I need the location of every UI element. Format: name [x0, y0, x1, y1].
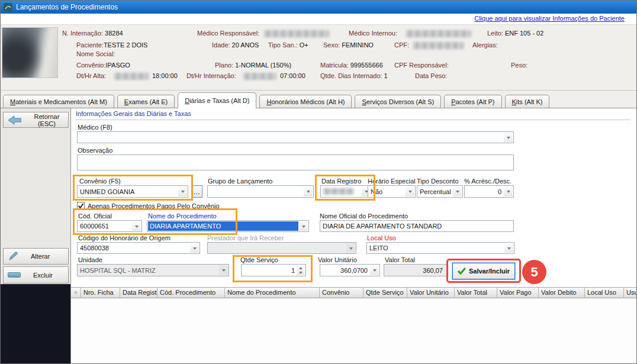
field-value: O+ — [300, 41, 308, 49]
pencil-icon — [8, 251, 18, 262]
grid-col-cod-procedimento[interactable]: Cód. Procedimento — [157, 288, 225, 298]
field-label: Matricula: — [320, 62, 349, 69]
field-value: 1 — [384, 72, 388, 79]
tab-diarias-taxas[interactable]: Diárias e Taxas (Alt D) — [178, 92, 256, 108]
dropdown-arrow-icon — [178, 186, 187, 197]
dropdown-arrow-icon — [504, 186, 513, 197]
field-label: Dt/Hr Alta: — [76, 72, 106, 79]
medico-combo-value — [80, 132, 503, 143]
grid-col-valor-total[interactable]: Valor Total — [455, 288, 497, 298]
convenio-combo[interactable]: UNIMED GOIANIA — [77, 185, 188, 198]
cod-oficial-combo[interactable]: 60000651 — [77, 220, 142, 232]
grupo-lancamento-combo[interactable] — [207, 185, 314, 198]
redacted-dt-internacao — [243, 73, 276, 80]
unidade-label: Unidade — [78, 256, 102, 263]
horario-especial-combo[interactable]: Não — [368, 185, 416, 198]
grid-col-nro-ficha[interactable]: Nro. Ficha — [81, 288, 120, 298]
data-registro-label: Data Registro — [321, 178, 361, 185]
spinner-arrows-icon — [297, 265, 305, 275]
grid-col-valor-pago[interactable]: Valor Pago — [497, 288, 539, 298]
field-n-internacao: N. Internação:38284 — [62, 30, 123, 37]
step-badge: 5 — [522, 260, 546, 284]
field-cpf-responsavel: CPF Responsável: — [394, 62, 449, 69]
unidade-combo-value: HOSPITAL SQL - MATRIZ — [80, 265, 218, 276]
grid-col-convenio[interactable]: Convênio — [320, 288, 363, 298]
grid-col-usuario[interactable]: Usuário — [624, 288, 636, 298]
field-matricula: Matricula:999555666 — [320, 62, 383, 69]
valor-total-field: 360,07 — [384, 264, 447, 276]
tab-materiais-medicamentos[interactable]: Materiais e Medicamentos (Alt M) — [3, 95, 114, 108]
field-paciente: Paciente:TESTE 2 DOIS — [76, 41, 147, 49]
photo-blur — [2, 27, 58, 78]
data-registro-combo[interactable] — [320, 185, 372, 198]
excluir-button[interactable]: Excluir — [3, 266, 69, 284]
salvar-incluir-button[interactable]: Salvar/Incluir — [452, 263, 515, 279]
grid-body[interactable] — [71, 298, 636, 364]
tab-servicos-diversos[interactable]: Serviços Diversos (Alt S) — [355, 95, 441, 108]
valor-total-label: Valor Total — [385, 256, 415, 263]
patient-info-link[interactable]: Clique aqui para visualizar Informações … — [474, 15, 625, 22]
field-label: CPF: — [394, 41, 409, 49]
cod-honorario-combo[interactable]: 45080038 — [77, 242, 200, 254]
field-value: ENF 105 - 02 — [505, 30, 543, 37]
dropdown-arrow-icon — [132, 221, 141, 231]
arrow-left-icon — [8, 115, 21, 125]
nome-procedimento-combo[interactable]: DIARIA APARTAMENTO — [147, 220, 309, 232]
grid-col-local-uso[interactable]: Local Uso — [585, 288, 624, 298]
retornar-button[interactable]: Retornar (ESC) — [3, 112, 69, 128]
field-value: 20 ANOS — [232, 41, 259, 49]
field-label: Peso: — [511, 62, 527, 69]
field-dt-internacao: Dt/Hr Internação: — [186, 72, 236, 79]
tipo-desconto-label: Tipo Desconto — [417, 178, 459, 185]
field-nome-social: Nome Social: — [76, 50, 115, 57]
field-medico-internou: Médico Internou: — [349, 30, 397, 37]
dropdown-arrow-icon — [504, 243, 513, 253]
dropdown-arrow-icon — [504, 133, 513, 142]
convenio-label: Convênio (F5) — [79, 178, 121, 185]
tab-label: K — [512, 98, 516, 105]
tipo-desconto-combo[interactable]: Percentual — [417, 185, 463, 198]
field-label: Tipo San.: — [268, 41, 298, 49]
nome-procedimento-label: Nome do Procedimento — [148, 212, 217, 220]
check-icon — [458, 268, 466, 275]
grid-col-data-registro[interactable]: Data Registro — [120, 288, 157, 298]
field-label: Idade: — [212, 41, 230, 49]
apenas-procedimentos-checkbox[interactable] — [77, 202, 85, 210]
tab-label: H — [266, 98, 271, 105]
dropdown-arrow-icon — [453, 186, 462, 197]
qtde-servico-spinner[interactable]: 1 — [241, 264, 306, 276]
redacted-cpf — [413, 42, 464, 49]
tab-label: erviços Diversos (Alt S) — [366, 98, 434, 105]
grid-col-valor-debito[interactable]: Valor Debito — [539, 288, 585, 298]
field-label: Plano: — [215, 62, 233, 69]
tab-label: S — [362, 98, 366, 105]
horario-combo-value: Não — [371, 186, 404, 197]
field-label: Médico Internou: — [349, 30, 397, 37]
field-tipo-sanguineo: Tipo San.:O+ — [268, 41, 308, 49]
tab-exames[interactable]: Exames (Alt E) — [117, 95, 175, 108]
grid-col-qtde-servico[interactable]: Qtde Serviço — [363, 288, 407, 298]
retornar-label: Retornar (ESC) — [25, 113, 68, 127]
acresc-desc-combo[interactable]: 0 — [464, 185, 514, 198]
medico-combo[interactable] — [77, 131, 514, 143]
alterar-button[interactable]: Alterar — [3, 248, 69, 265]
local-uso-combo[interactable]: LEITO — [366, 242, 514, 254]
tab-label: its (Alt K) — [516, 98, 543, 105]
tab-honorarios-medicos[interactable]: Honorários Médicos (Alt H) — [259, 95, 352, 108]
redacted-medico-internou — [406, 30, 471, 37]
field-peso: Peso: — [511, 62, 527, 69]
field-value: IPASGO — [106, 62, 130, 69]
medico-label: Médico (F8) — [78, 124, 112, 131]
valor-unitario-combo[interactable]: 360,0700 — [320, 264, 380, 276]
grid-col-valor-unitario[interactable]: Valor Unitário — [407, 288, 455, 298]
grid-col-nome-procedimento[interactable]: Nome do Procedimento — [225, 288, 320, 298]
field-medico-responsavel: Médico Responsável: — [197, 30, 259, 37]
nome-oficial-input[interactable]: DIARIA DE APARTAMENTO STANDARD — [320, 220, 514, 232]
patient-header: N. Internação:38284 Médico Responsável: … — [1, 24, 636, 91]
observacao-input[interactable] — [77, 154, 514, 170]
field-value: 1-NORMAL (150%) — [235, 62, 291, 69]
tab-pacotes[interactable]: Pacotes (Alt P) — [444, 95, 501, 108]
convenio-browse-button[interactable]: ... — [191, 185, 202, 198]
tab-kits[interactable]: Kits (Alt K) — [505, 95, 550, 108]
field-value: TESTE 2 DOIS — [104, 41, 148, 49]
